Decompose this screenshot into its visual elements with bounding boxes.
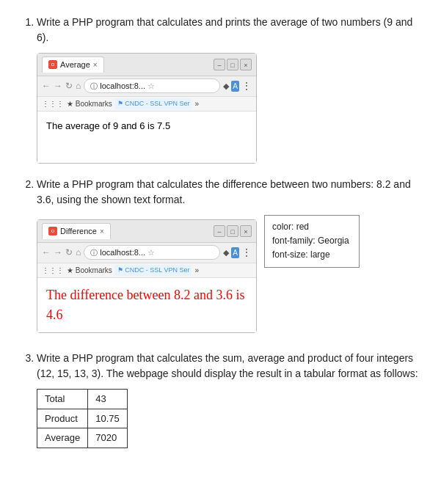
question-1-text: Write a PHP program that calculates and … (37, 15, 419, 45)
profile-icon-1[interactable]: A (231, 81, 239, 92)
address-bar-2[interactable]: ⓘ localhost:8... ☆ (84, 245, 220, 260)
extension-icon-2[interactable]: ◆ (223, 246, 229, 259)
lock-icon-1: ⓘ (90, 81, 98, 92)
bookmarks-bar-1: ⋮⋮⋮ ★ Bookmarks ⚑ CNDC - SSL VPN Ser » (37, 97, 256, 112)
browser-mock-2: o Difference × – □ × ← → ↻ ⌂ (37, 219, 257, 333)
tab-close-1[interactable]: × (93, 59, 98, 70)
menu-dots-2[interactable]: ⋮ (241, 245, 252, 260)
reload-icon-2[interactable]: ↻ (65, 246, 73, 259)
bookmarks-label-2: ★ Bookmarks (67, 265, 112, 276)
close-button-2[interactable]: × (240, 225, 252, 237)
lock-icon-2: ⓘ (90, 247, 98, 258)
browser-navbar-1: ← → ↻ ⌂ ⓘ localhost:8... ☆ ◆ A ⋮ (37, 76, 256, 97)
tab-title-2: Difference (60, 225, 97, 238)
note-line-2: font-family: Georgia (272, 234, 351, 248)
home-icon-1[interactable]: ⌂ (76, 79, 81, 92)
back-arrow-2[interactable]: ← (42, 246, 51, 259)
browser-titlebar-1: o Average × – □ × (37, 54, 256, 76)
table-value-product: 10.75 (88, 409, 128, 428)
question-3-text: Write a PHP program that calculates the … (37, 351, 419, 381)
back-arrow-1[interactable]: ← (42, 79, 51, 92)
bookmarks-bar-2: ⋮⋮⋮ ★ Bookmarks ⚑ CNDC - SSL VPN Ser » (37, 263, 256, 279)
table-label-product: Product (37, 409, 88, 428)
minimize-button-2[interactable]: – (214, 225, 225, 237)
tab-close-2[interactable]: × (100, 226, 104, 237)
tab-icon-2: o (48, 227, 57, 235)
more-bookmarks-2[interactable]: » (194, 265, 199, 276)
cndc-bookmark-1[interactable]: ⚑ CNDC - SSL VPN Ser (115, 98, 192, 110)
table-value-average: 7020 (88, 428, 128, 448)
browser-navbar-2: ← → ↻ ⌂ ⓘ localhost:8... ☆ ◆ A ⋮ (37, 243, 256, 263)
table-label-average: Average (37, 428, 88, 448)
forward-arrow-1[interactable]: → (54, 79, 62, 92)
browser-mock-1: o Average × – □ × ← → ↻ ⌂ ⓘ localhost:8.… (37, 53, 257, 164)
extension-icon-1[interactable]: ◆ (223, 80, 229, 92)
result-table: Total 43 Product 10.75 Average 7020 (37, 389, 128, 448)
table-row-product: Product 10.75 (37, 409, 128, 428)
browser-content-2: The difference between 8.2 and 3.6 is 4.… (37, 278, 256, 332)
apps-icon-2[interactable]: ⋮⋮⋮ (42, 265, 64, 276)
reload-icon-1[interactable]: ↻ (65, 79, 73, 92)
note-box-2: color: red font-family: Georgia font-siz… (264, 215, 360, 268)
note-line-3: font-size: large (272, 248, 351, 262)
home-icon-2[interactable]: ⌂ (76, 246, 81, 259)
table-label-total: Total (37, 390, 88, 409)
menu-dots-1[interactable]: ⋮ (241, 78, 252, 94)
address-bar-1[interactable]: ⓘ localhost:8... ☆ (84, 78, 220, 94)
maximize-button-1[interactable]: □ (227, 59, 238, 70)
browser-tab-1[interactable]: o Average × (42, 56, 104, 73)
address-text-2: localhost:8... (100, 246, 145, 259)
note-line-1: color: red (272, 220, 351, 234)
result-text-2: The difference between 8.2 and 3.6 is 4.… (46, 288, 245, 322)
address-star-2[interactable]: ☆ (147, 246, 155, 259)
tab-icon-1: o (48, 60, 57, 69)
minimize-button-1[interactable]: – (214, 59, 225, 70)
bookmarks-label-1: ★ Bookmarks (67, 98, 112, 109)
question-2-text: Write a PHP program that calculates the … (37, 177, 419, 208)
titlebar-controls-2: – □ × (214, 225, 252, 237)
nav-icons-1: ◆ A ⋮ (223, 78, 252, 94)
tab-title-1: Average (60, 59, 90, 71)
forward-arrow-2[interactable]: → (54, 246, 62, 259)
question-2-content: o Difference × – □ × ← → ↻ ⌂ (37, 215, 419, 337)
maximize-button-2[interactable]: □ (227, 225, 238, 237)
table-row-average: Average 7020 (37, 428, 128, 448)
address-text-1: localhost:8... (100, 80, 145, 92)
browser-content-1: The average of 9 and 6 is 7.5 (37, 112, 256, 163)
result-text-1: The average of 9 and 6 is 7.5 (46, 120, 170, 131)
browser-tab-2[interactable]: o Difference × (42, 223, 111, 239)
more-bookmarks-1[interactable]: » (194, 98, 199, 109)
apps-icon-1[interactable]: ⋮⋮⋮ (42, 98, 64, 109)
nav-icons-2: ◆ A ⋮ (223, 245, 252, 260)
profile-icon-2[interactable]: A (231, 247, 239, 258)
browser-titlebar-2: o Difference × – □ × (37, 220, 256, 243)
table-value-total: 43 (88, 390, 128, 409)
table-row-total: Total 43 (37, 390, 128, 409)
cndc-bookmark-2[interactable]: ⚑ CNDC - SSL VPN Ser (115, 265, 192, 277)
close-button-1[interactable]: × (240, 59, 252, 70)
titlebar-controls-1: – □ × (214, 59, 252, 70)
address-star-1[interactable]: ☆ (147, 80, 155, 92)
